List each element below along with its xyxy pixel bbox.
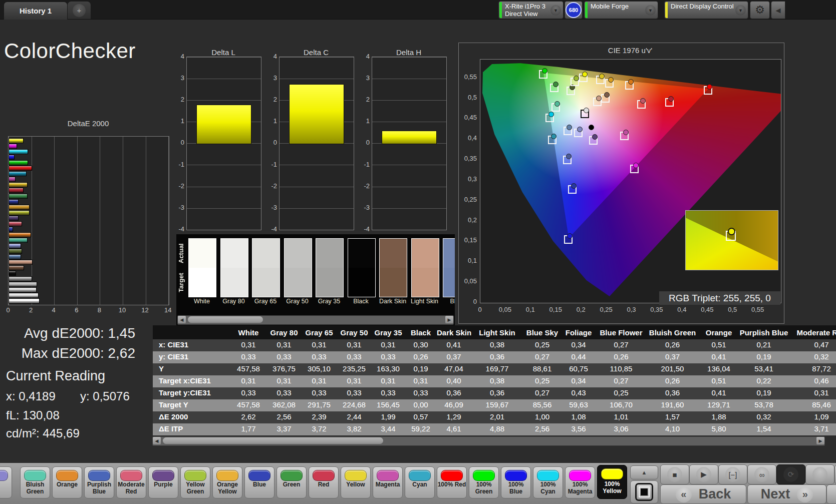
cell: 0,30 (405, 340, 437, 349)
delta-y-tick: -2 (359, 182, 370, 190)
cell: 0,41 (699, 388, 739, 397)
meter-dropdown[interactable]: X-Rite i1Pro 3 Direct View ▼ (498, 1, 564, 19)
patch-button-100-magenta[interactable]: 100% Magenta (565, 466, 595, 498)
delta-y-tick: 0 (266, 139, 277, 146)
pattern-size-button[interactable]: [−] (718, 464, 747, 484)
cell: 0,27 (596, 340, 646, 349)
patch-button-100-red[interactable]: 100% Red (437, 466, 467, 498)
cie-x-tick: 0,5 (723, 306, 741, 313)
next-button[interactable]: Next» (747, 484, 826, 504)
deltae-bar-cyan (9, 171, 27, 176)
swatch-target-half (348, 268, 375, 297)
patch-button-red[interactable]: Red (309, 466, 339, 498)
cell: 0,41 (437, 340, 471, 349)
cie-x-tick: 0,2 (572, 306, 590, 313)
patch-button-label: 100% Magenta (566, 481, 595, 495)
cie-y-tick: 0,35 (457, 155, 477, 162)
col-header-gray-65: Gray 65 (302, 328, 337, 337)
patch-button-yellow-green[interactable]: Yellow Green (180, 466, 210, 498)
patch-button-er[interactable]: er (0, 466, 12, 498)
table-scrollbar-track[interactable]: ◀▶ (152, 436, 825, 446)
cell: 85,46 (789, 400, 836, 409)
cell: 224,68 (337, 400, 372, 409)
patch-strip-scrollbar-track[interactable]: ◀▶ (177, 315, 454, 325)
col-header-foliage: Foliage (561, 328, 596, 337)
cell: 0,31 (372, 376, 405, 385)
patch-button-yellow[interactable]: Yellow (341, 466, 371, 498)
cell: 0,38 (471, 376, 523, 385)
scroll-left-arrow[interactable]: ◀ (153, 437, 161, 444)
patch-button-orange[interactable]: Orange (52, 466, 82, 498)
pattern-up-button[interactable]: ▲ (630, 465, 658, 479)
table-row: ΔE ITP1,773,373,723,823,4459,224,614,882… (153, 423, 836, 435)
meter-id-badge-button[interactable]: 680 (565, 1, 583, 19)
col-header-light-skin: Light Skin (471, 328, 523, 337)
patch-button-cyan[interactable]: Cyan (405, 466, 435, 498)
scroll-right-arrow[interactable]: ▶ (445, 316, 453, 323)
deltae-bar-white (9, 298, 40, 303)
deltae-x-tick: 10 (116, 306, 128, 314)
workflow-dropdown[interactable]: Direct Display Control ▼ (664, 1, 748, 19)
loop-button[interactable]: ∞ (747, 464, 776, 484)
scroll-left-arrow[interactable]: ◀ (178, 316, 186, 323)
scroll-thumb[interactable] (188, 316, 263, 323)
deltae-bar-green (9, 194, 28, 199)
patch-color-pill (281, 470, 303, 481)
patch-button-100-green[interactable]: 100% Green (469, 466, 499, 498)
patch-color-pill (345, 470, 367, 481)
deltae-x-tick: 6 (71, 306, 83, 314)
scroll-right-arrow[interactable]: ▶ (816, 437, 824, 444)
blank-button[interactable] (805, 464, 834, 484)
cell: 46,09 (437, 400, 471, 409)
cell: 0,33 (230, 388, 266, 397)
swatch-actual-half (221, 239, 248, 268)
settings-button[interactable]: ⚙ (750, 1, 770, 19)
cell: 0,31 (266, 376, 302, 385)
page-title: ColorChecker (4, 39, 136, 63)
repeat-button[interactable]: ⟳ (776, 464, 805, 484)
collapse-panel-button[interactable]: ◀ (771, 1, 785, 19)
cell: 191,60 (646, 400, 699, 409)
deltae-bar-moderate-red (9, 221, 22, 226)
patch-button-purple[interactable]: Purple (148, 466, 178, 498)
delta-l-chart (186, 57, 261, 230)
back-button[interactable]: «Back (660, 484, 746, 504)
deltae-bar-foliage (9, 249, 22, 254)
patch-button-orange-yellow[interactable]: Orange Yellow (212, 466, 242, 498)
cell: 3,71 (789, 424, 836, 433)
patch-button-100-cyan[interactable]: 100% Cyan (533, 466, 563, 498)
avg-de2000-value: Avg dE2000: 1,45 (0, 325, 135, 341)
patch-button-green[interactable]: Green (276, 466, 307, 498)
patch-button-moderate-red[interactable]: Moderate Red (116, 466, 146, 498)
tab-history-1[interactable]: History 1 (4, 2, 68, 20)
cell: 3,56 (561, 424, 596, 433)
patch-button-bluish-green[interactable]: Bluish Green (20, 466, 50, 498)
scroll-thumb[interactable] (163, 437, 383, 444)
delta-y-tick: -3 (359, 204, 370, 211)
cell: 0,40 (437, 376, 471, 385)
swatch-actual-half (412, 239, 439, 268)
add-tab-button[interactable]: + (68, 2, 91, 19)
cie-y-tick: 0,55 (457, 73, 477, 81)
col-header-gray-80: Gray 80 (266, 328, 302, 337)
source-dropdown[interactable]: Mobile Forge ▼ (584, 1, 658, 19)
partial-button[interactable] (826, 484, 836, 504)
cell: 0,47 (789, 340, 836, 349)
patch-button-purplish-blue[interactable]: Purplish Blue (84, 466, 114, 498)
patch-button-magenta[interactable]: Magenta (373, 466, 403, 498)
swatch-black (348, 238, 376, 297)
cell: 60,75 (561, 364, 596, 373)
delta-y-tick: -2 (266, 182, 277, 190)
patch-button-blue[interactable]: Blue (244, 466, 274, 498)
deltae-bar-light-skin (9, 260, 33, 265)
play-button[interactable]: ▶ (689, 464, 718, 484)
cie-y-tick: 0,5 (457, 94, 477, 101)
pattern-window-button[interactable] (630, 480, 658, 503)
patch-color-pill (216, 470, 238, 481)
patch-button-100-blue[interactable]: 100% Blue (501, 466, 531, 498)
stop-button[interactable]: ■ (660, 464, 689, 484)
delta-y-tick: 3 (359, 74, 370, 82)
cell: 59,63 (561, 400, 596, 409)
patch-button-100-yellow[interactable]: 100% Yellow (597, 465, 627, 499)
patch-button-label: 100% Cyan (533, 481, 563, 495)
